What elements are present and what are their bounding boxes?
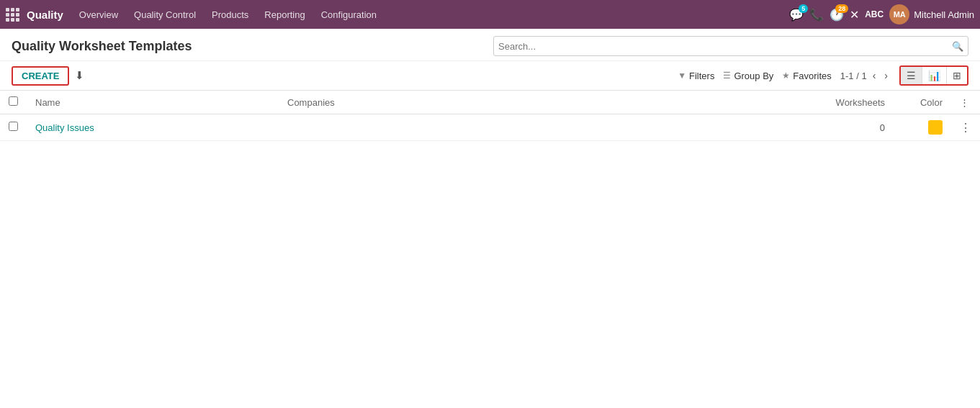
list-view-button[interactable]: ☰ [901,67,922,84]
clock-icon[interactable]: 🕐 28 [830,8,844,22]
row-more-icon[interactable]: ⋮ [960,122,971,134]
download-icon[interactable]: ⬇ [75,69,84,82]
row-checkbox[interactable] [9,122,18,131]
more-options-icon[interactable]: ⋮ [960,97,969,108]
search-icon: 🔍 [952,41,963,52]
page-title: Quality Worksheet Templates [12,39,192,54]
row-color-cell [894,114,951,141]
search-bar[interactable]: 🔍 [493,36,968,56]
row-worksheets-value: 0 [880,122,885,133]
favorites-button[interactable]: ★ Favorites [782,71,831,81]
row-checkbox-cell [0,114,27,141]
search-input[interactable] [498,41,952,52]
group-by-label: Group By [734,71,773,81]
main-container: Quality Worksheet Templates 🔍 CREATE ⬇ ▼… [0,29,980,141]
nav-quality-control[interactable]: Quality Control [127,6,203,23]
app-name: Quality [27,9,63,21]
chat-badge: 5 [799,4,808,13]
favorites-label: Favorites [793,71,831,81]
col-header-color[interactable]: Color [894,91,951,114]
row-more-cell: ⋮ [951,114,980,141]
col-header-checkbox [0,91,27,114]
filters-button[interactable]: ▼ Filters [678,71,714,81]
filters-label: Filters [689,71,714,81]
user-name: Mitchell Admin [914,9,974,20]
abc-label[interactable]: ABC [865,9,884,19]
close-icon[interactable]: ✕ [850,8,859,22]
select-all-checkbox[interactable] [9,96,18,106]
clock-badge: 28 [835,4,848,13]
table-row: Quality Issues 0 ⋮ [0,114,980,141]
create-button[interactable]: CREATE [12,66,69,86]
top-navigation: Quality Overview Quality Control Product… [0,0,980,29]
row-companies-cell [279,114,750,141]
row-worksheets-cell: 0 [750,114,894,141]
nav-products[interactable]: Products [204,6,256,23]
col-header-worksheets[interactable]: Worksheets [750,91,894,114]
avatar: MA [889,4,909,24]
grid-view-button[interactable]: ⊞ [947,67,967,84]
data-table: Name Companies Worksheets Color ⋮ [0,91,980,141]
phone-icon[interactable]: 📞 [809,8,824,22]
col-header-name[interactable]: Name [27,91,279,114]
nav-reporting[interactable]: Reporting [257,6,312,23]
pagination-text: 1-1 / 1 [840,71,867,81]
app-logo[interactable]: Quality [6,8,63,22]
row-name-link[interactable]: Quality Issues [35,122,94,133]
col-header-companies[interactable]: Companies [279,91,750,114]
content-area: Quality Worksheet Templates 🔍 CREATE ⬇ ▼… [0,29,980,408]
chat-icon[interactable]: 💬 5 [789,8,804,22]
top-nav-actions: 💬 5 📞 🕐 28 ✕ ABC MA Mitchell Admin [789,4,974,24]
chart-view-button[interactable]: 📊 [922,67,947,84]
next-page-button[interactable]: › [881,68,891,83]
top-nav-menu: Overview Quality Control Products Report… [72,6,789,23]
nav-configuration[interactable]: Configuration [314,6,384,23]
row-name-cell: Quality Issues [27,114,279,141]
prev-page-button[interactable]: ‹ [870,68,879,83]
table-header-row: Name Companies Worksheets Color ⋮ [0,91,980,114]
nav-overview[interactable]: Overview [72,6,125,23]
group-by-button[interactable]: ☰ Group By [723,71,773,81]
view-toggle-group: ☰ 📊 ⊞ [899,65,968,86]
col-header-more: ⋮ [951,91,980,114]
color-swatch[interactable] [928,120,943,135]
pagination: 1-1 / 1 ‹ › [840,68,891,83]
user-menu[interactable]: MA Mitchell Admin [889,4,974,24]
grid-icon [6,8,19,22]
